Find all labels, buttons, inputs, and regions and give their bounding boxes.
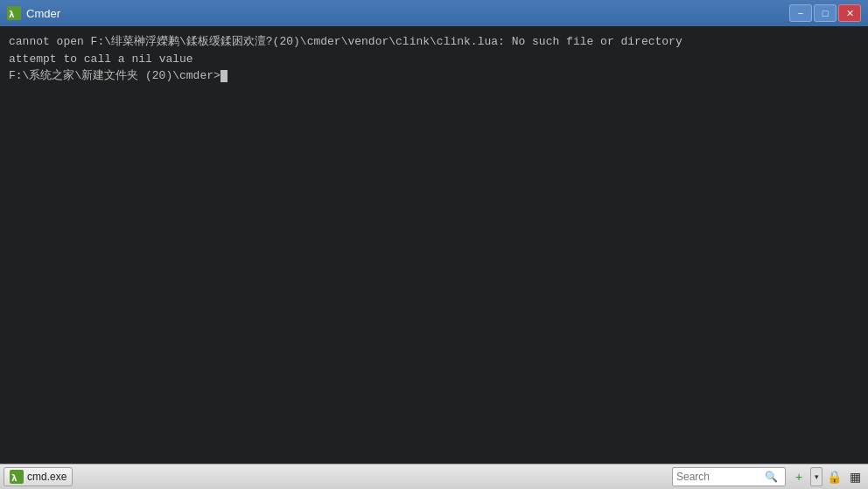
maximize-button[interactable]: □ bbox=[814, 4, 836, 22]
chevron-down-icon: ▾ bbox=[815, 472, 819, 481]
lock-button[interactable]: 🔒 bbox=[824, 467, 844, 486]
svg-text:λ: λ bbox=[11, 472, 18, 484]
taskbar-task-label: cmd.exe bbox=[27, 471, 66, 483]
add-button[interactable]: + bbox=[789, 467, 808, 486]
terminal-line-1: cannot open F:\绯菜榊浮嬫鹣\鍒板缓鍒囦欢澶?(20)\cmder… bbox=[9, 33, 859, 51]
taskbar-cmder-icon: λ bbox=[10, 470, 24, 484]
title-bar: λ Cmder − □ ✕ bbox=[0, 0, 868, 26]
taskbar-task-item[interactable]: λ cmd.exe bbox=[4, 467, 73, 486]
search-input[interactable] bbox=[676, 471, 764, 483]
terminal-cursor bbox=[220, 70, 228, 82]
search-icon: 🔍 bbox=[765, 471, 778, 483]
search-box[interactable]: 🔍 bbox=[672, 467, 786, 486]
terminal-area[interactable]: cannot open F:\绯菜榊浮嬫鹣\鍒板缓鍒囦欢澶?(20)\cmder… bbox=[0, 26, 868, 464]
terminal-line-2: attempt to call a nil value bbox=[9, 51, 859, 68]
cmder-icon: λ bbox=[7, 6, 21, 20]
minimize-button[interactable]: − bbox=[789, 4, 812, 22]
title-bar-controls: − □ ✕ bbox=[789, 4, 861, 22]
title-bar-left: λ Cmder bbox=[7, 6, 60, 20]
svg-text:λ: λ bbox=[9, 9, 15, 20]
title-bar-title: Cmder bbox=[26, 7, 60, 20]
search-icon-button[interactable]: 🔍 bbox=[764, 470, 778, 484]
lock-icon: 🔒 bbox=[827, 470, 842, 484]
grid-icon: ▦ bbox=[850, 470, 861, 484]
terminal-line-3: F:\系统之家\新建文件夹 (20)\cmder> bbox=[9, 67, 859, 85]
taskbar: λ cmd.exe 🔍 + ▾ 🔒 ▦ bbox=[0, 464, 868, 489]
terminal-prompt: F:\系统之家\新建文件夹 (20)\cmder> bbox=[9, 69, 220, 82]
close-button[interactable]: ✕ bbox=[838, 4, 861, 22]
grid-button[interactable]: ▦ bbox=[845, 467, 864, 486]
plus-icon: + bbox=[795, 470, 802, 484]
chevron-down-button[interactable]: ▾ bbox=[810, 467, 822, 486]
taskbar-actions: + ▾ 🔒 ▦ bbox=[789, 467, 864, 486]
